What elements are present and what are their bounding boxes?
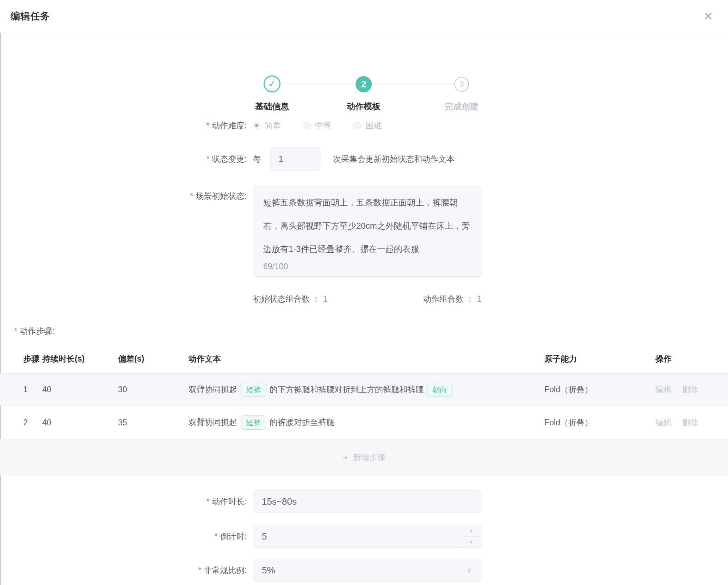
unusual-ratio-row: *非常规比例: 5% ∨: [0, 559, 728, 582]
countdown-row: *倒计时: 5 ∧ ∨: [0, 525, 728, 548]
cell-actions: 编辑删除: [642, 384, 728, 395]
state-change-suffix: 次采集会更新初始状态和动作文本: [333, 154, 455, 165]
required-marker: *: [14, 326, 17, 335]
radio-hard-label: 困难: [365, 120, 382, 131]
stepper: ✓ 2 3 基础信息 动作模板 完成创建: [0, 32, 728, 85]
cell-actions: 编辑删除: [642, 417, 728, 428]
step-2-indicator: 2: [356, 76, 372, 92]
cell-duration: 40: [42, 418, 118, 427]
radio-simple-label: 简单: [265, 120, 281, 131]
step-1-label: 基础信息: [230, 101, 314, 112]
chevron-down-icon: ∨: [467, 566, 472, 574]
cell-action-text: 双臂协同抓起短裤的裤腰对折至裤腿: [189, 415, 532, 429]
state-change-row: *状态变更: 每 1 次采集会更新初始状态和动作文本: [0, 147, 728, 171]
table-header-row: 步骤 持续时长(s) 偏差(s) 动作文本 原子能力 操作: [0, 345, 728, 374]
cell-duration: 40: [42, 385, 118, 394]
plus-icon: +: [343, 452, 348, 463]
combo-counts-row: 初始状态组合数 ：1 动作组合数 ：1: [0, 292, 728, 305]
edit-button[interactable]: 编辑: [655, 418, 672, 427]
char-counter: 69/100: [263, 262, 288, 271]
radio-medium-label: 中等: [315, 120, 331, 131]
difficulty-row: *动作难度: 简单 中等 困难: [0, 119, 728, 132]
object-tag: 短裤: [241, 415, 266, 429]
cell-deviation: 30: [118, 385, 189, 394]
action-steps-section-label: *动作步骤:: [14, 326, 54, 337]
initial-state-textarea[interactable]: 短裤五条数据背面朝上，五条数据正面朝上，裤腰朝右，离头部视野下方至少20cm之外…: [253, 186, 481, 277]
cell-ability: Fold（折叠）: [532, 417, 642, 428]
required-marker: *: [215, 532, 218, 541]
header-step: 步骤: [0, 353, 42, 364]
required-marker: *: [206, 154, 210, 164]
step-connector-2: [373, 84, 453, 84]
radio-dot-icon: [253, 122, 260, 129]
cell-ability: Fold（折叠）: [532, 384, 642, 395]
header-deviation: 偏差(s): [118, 353, 189, 364]
step-1-check-icon: ✓: [264, 75, 280, 92]
cell-action-text: 双臂协同抓起短裤的下方裤腿和裤腰对折到上方的裤腿和裤腰朝向: [189, 383, 532, 396]
difficulty-label: *动作难度:: [0, 120, 247, 131]
add-step-button[interactable]: + 新增步骤: [0, 439, 728, 475]
step-3-indicator: 3: [454, 77, 469, 92]
header-actions: 操作: [642, 353, 728, 364]
action-combo-count: 动作组合数 ：1: [423, 294, 481, 304]
cell-step: 2: [0, 418, 42, 427]
required-marker: *: [206, 121, 210, 130]
required-marker: *: [206, 497, 210, 506]
radio-dot-icon: [303, 122, 310, 129]
initial-state-label: *场景初始状态:: [0, 186, 247, 202]
cell-deviation: 35: [118, 418, 189, 427]
orientation-tag: 朝向: [427, 383, 452, 396]
initial-state-text: 短裤五条数据背面朝上，五条数据正面朝上，裤腰朝右，离头部视野下方至少20cm之外…: [263, 191, 472, 261]
unusual-ratio-label: *非常规比例:: [0, 565, 247, 576]
edit-button[interactable]: 编辑: [655, 385, 672, 394]
decrease-button[interactable]: ∨: [461, 537, 481, 548]
number-stepper: ∧ ∨: [461, 525, 481, 548]
initial-combo-value: 1: [323, 294, 327, 303]
action-combo-value: 1: [477, 294, 481, 303]
add-step-label: 新增步骤: [353, 452, 385, 463]
step-2-label: 动作模板: [321, 101, 406, 112]
radio-hard[interactable]: 困难: [354, 120, 382, 131]
initial-combo-count: 初始状态组合数 ：1: [253, 294, 327, 304]
radio-dot-icon: [354, 122, 361, 129]
radio-simple[interactable]: 简单: [253, 120, 281, 131]
close-icon[interactable]: ✕: [703, 10, 714, 22]
edit-task-dialog: 编辑任务 ✕ ✓ 2 3 基础信息 动作模板 完成创建 *动作难度: 简单 中等…: [0, 0, 728, 585]
increase-button[interactable]: ∧: [461, 525, 481, 537]
state-change-label: *状态变更:: [0, 154, 247, 165]
table-row: 1 40 30 双臂协同抓起短裤的下方裤腿和裤腰对折到上方的裤腿和裤腰朝向 Fo…: [0, 374, 728, 406]
initial-state-row: *场景初始状态: 短裤五条数据背面朝上，五条数据正面朝上，裤腰朝右，离头部视野下…: [0, 186, 728, 277]
action-steps-table: 步骤 持续时长(s) 偏差(s) 动作文本 原子能力 操作 1 40 30 双臂…: [0, 345, 728, 475]
duration-label: *动作时长:: [0, 496, 247, 507]
step-3-label: 完成创建: [419, 101, 504, 112]
dialog-title: 编辑任务: [11, 10, 50, 23]
object-tag: 短裤: [241, 383, 266, 396]
delete-button[interactable]: 删除: [682, 418, 698, 427]
delete-button[interactable]: 删除: [682, 385, 698, 394]
duration-input[interactable]: 15s~80s: [253, 490, 481, 513]
unusual-ratio-select[interactable]: 5% ∨: [253, 559, 481, 582]
countdown-label: *倒计时:: [0, 531, 247, 542]
dialog-header: 编辑任务 ✕: [0, 0, 728, 32]
state-change-input[interactable]: 1: [270, 147, 320, 171]
header-action-text: 动作文本: [189, 353, 532, 364]
required-marker: *: [198, 566, 202, 575]
duration-row: *动作时长: 15s~80s: [0, 490, 728, 513]
cell-step: 1: [0, 385, 42, 394]
countdown-input[interactable]: 5 ∧ ∨: [253, 525, 481, 548]
state-change-prefix: 每: [253, 154, 261, 165]
radio-medium[interactable]: 中等: [303, 120, 331, 131]
table-row: 2 40 35 双臂协同抓起短裤的裤腰对折至裤腿 Fold（折叠） 编辑删除: [0, 406, 728, 439]
header-ability: 原子能力: [532, 353, 642, 364]
step-connector-1: [282, 84, 354, 84]
required-marker: *: [190, 191, 193, 201]
header-duration: 持续时长(s): [42, 353, 118, 364]
